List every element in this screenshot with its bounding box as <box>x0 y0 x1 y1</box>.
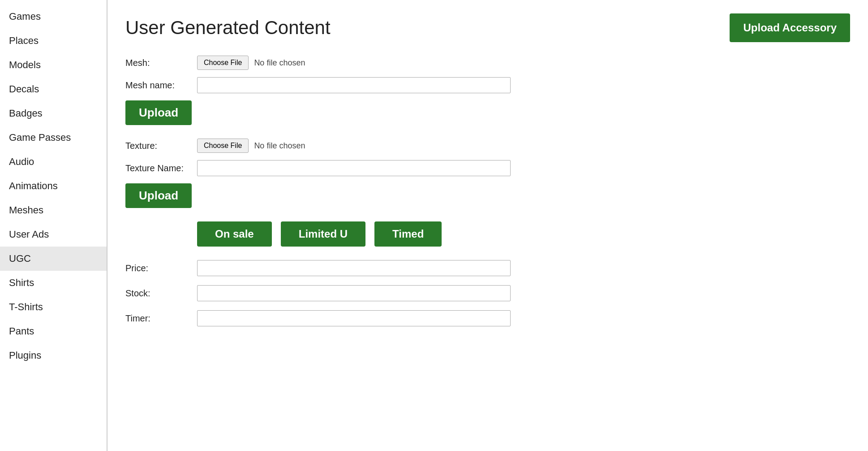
sidebar-item-meshes[interactable]: Meshes <box>0 198 107 222</box>
sidebar-item-games[interactable]: Games <box>0 4 107 29</box>
texture-section: Texture: Choose File No file chosen Text… <box>125 139 850 217</box>
price-label: Price: <box>125 263 197 273</box>
mesh-name-label: Mesh name: <box>125 80 197 91</box>
mesh-name-input[interactable] <box>197 77 511 93</box>
sidebar-item-plugins[interactable]: Plugins <box>0 343 107 368</box>
mesh-choose-file-button[interactable]: Choose File <box>197 56 249 70</box>
mesh-file-input-wrapper: Choose File No file chosen <box>197 56 305 70</box>
texture-file-row: Texture: Choose File No file chosen <box>125 139 850 153</box>
page-title: User Generated Content <box>125 17 331 39</box>
texture-name-row: Texture Name: <box>125 160 850 176</box>
sidebar-item-pants[interactable]: Pants <box>0 319 107 343</box>
mesh-label: Mesh: <box>125 58 197 68</box>
texture-label: Texture: <box>125 141 197 151</box>
sidebar-item-decals[interactable]: Decals <box>0 77 107 101</box>
sidebar-item-shirts[interactable]: Shirts <box>0 271 107 295</box>
stock-label: Stock: <box>125 288 197 299</box>
on-sale-button[interactable]: On sale <box>197 221 272 247</box>
texture-upload-button[interactable]: Upload <box>125 183 192 208</box>
mesh-name-row: Mesh name: <box>125 77 850 93</box>
mesh-no-file-text: No file chosen <box>254 58 305 68</box>
mesh-file-row: Mesh: Choose File No file chosen <box>125 56 850 70</box>
sidebar: GamesPlacesModelsDecalsBadgesGame Passes… <box>0 0 107 451</box>
timed-button[interactable]: Timed <box>374 221 442 247</box>
sidebar-item-models[interactable]: Models <box>0 53 107 77</box>
mesh-upload-button[interactable]: Upload <box>125 100 192 125</box>
price-row: Price: <box>125 260 850 276</box>
timer-label: Timer: <box>125 313 197 324</box>
texture-no-file-text: No file chosen <box>254 141 305 151</box>
stock-row: Stock: <box>125 285 850 301</box>
header-row: User Generated Content Upload Accessory <box>125 13 850 42</box>
mesh-section: Mesh: Choose File No file chosen Mesh na… <box>125 56 850 134</box>
sidebar-item-t-shirts[interactable]: T-Shirts <box>0 295 107 319</box>
sale-buttons-row: On sale Limited U Timed <box>197 221 850 247</box>
limited-u-button[interactable]: Limited U <box>281 221 365 247</box>
texture-file-input-wrapper: Choose File No file chosen <box>197 139 305 153</box>
timer-row: Timer: <box>125 310 850 326</box>
texture-choose-file-button[interactable]: Choose File <box>197 139 249 153</box>
sidebar-item-animations[interactable]: Animations <box>0 174 107 198</box>
texture-name-label: Texture Name: <box>125 163 197 173</box>
sidebar-item-user-ads[interactable]: User Ads <box>0 222 107 247</box>
sidebar-item-badges[interactable]: Badges <box>0 101 107 126</box>
sidebar-item-audio[interactable]: Audio <box>0 150 107 174</box>
sidebar-item-ugc[interactable]: UGC <box>0 247 107 271</box>
main-content: User Generated Content Upload Accessory … <box>107 0 868 451</box>
upload-accessory-button[interactable]: Upload Accessory <box>730 13 850 42</box>
sidebar-item-places[interactable]: Places <box>0 29 107 53</box>
stock-input[interactable] <box>197 285 511 301</box>
timer-input[interactable] <box>197 310 511 326</box>
sidebar-item-game-passes[interactable]: Game Passes <box>0 126 107 150</box>
texture-name-input[interactable] <box>197 160 511 176</box>
price-input[interactable] <box>197 260 511 276</box>
